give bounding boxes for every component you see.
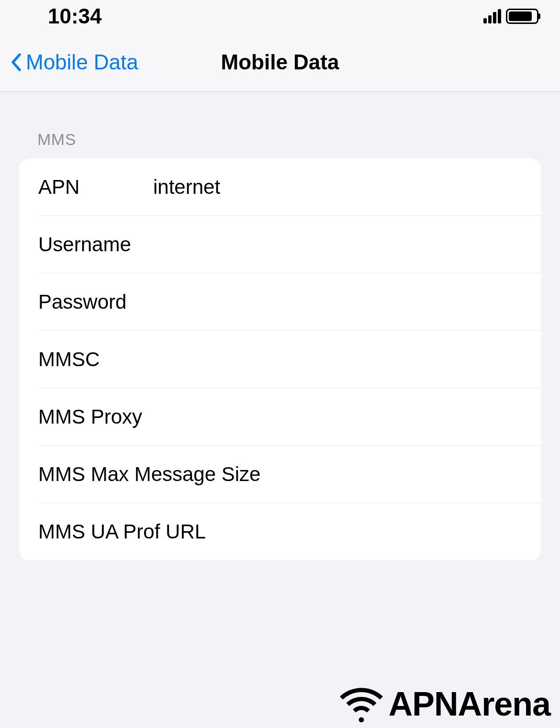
battery-icon [506, 9, 538, 24]
mmsc-input[interactable] [153, 348, 522, 371]
back-label: Mobile Data [26, 50, 138, 74]
password-input[interactable] [153, 291, 522, 314]
mmsc-label: MMSC [38, 348, 153, 371]
mms-proxy-label: MMS Proxy [38, 405, 269, 428]
mmsc-row[interactable]: MMSC [19, 331, 541, 388]
mms-proxy-row[interactable]: MMS Proxy [19, 388, 541, 446]
password-row[interactable]: Password [19, 273, 541, 331]
section-header-mms: MMS [0, 92, 560, 158]
page-title: Mobile Data [221, 50, 339, 74]
navigation-bar: Mobile Data Mobile Data [0, 33, 560, 92]
chevron-left-icon [11, 53, 21, 71]
back-button[interactable]: Mobile Data [0, 50, 138, 74]
brand-name: APNArena [389, 685, 550, 723]
apn-row[interactable]: APN [19, 158, 541, 216]
status-bar: 10:34 [0, 0, 560, 33]
mms-settings-group: APN Username Password MMSC MMS Proxy MMS… [19, 158, 541, 560]
mms-proxy-input[interactable] [269, 405, 522, 428]
mms-ua-prof-label: MMS UA Prof URL [38, 520, 522, 543]
wifi-icon [340, 686, 383, 722]
cellular-signal-icon [483, 9, 501, 23]
apn-label: APN [38, 176, 153, 199]
brand-footer: APNArena [340, 685, 550, 723]
status-indicators [483, 9, 538, 24]
username-label: Username [38, 233, 153, 256]
apn-input[interactable] [153, 176, 522, 199]
mms-max-size-row[interactable]: MMS Max Message Size [19, 446, 541, 503]
mms-max-size-label: MMS Max Message Size [38, 463, 522, 486]
status-time: 10:34 [48, 4, 102, 28]
username-row[interactable]: Username [19, 216, 541, 273]
password-label: Password [38, 291, 153, 314]
username-input[interactable] [153, 233, 522, 256]
mms-ua-prof-row[interactable]: MMS UA Prof URL [19, 503, 541, 560]
